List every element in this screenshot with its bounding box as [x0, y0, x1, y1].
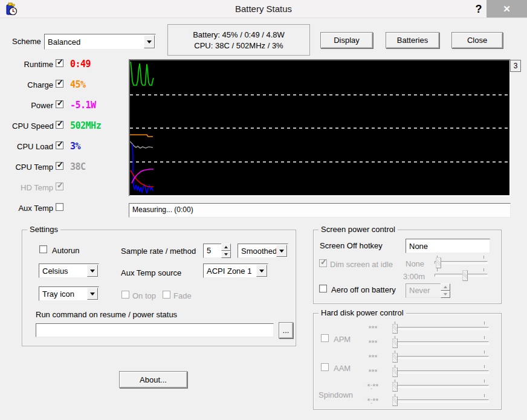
graph-series-cpu-speed — [131, 62, 154, 85]
scheme-select[interactable]: Balanced — [44, 34, 156, 50]
fade-checkbox — [163, 291, 170, 299]
slider-thumb — [436, 257, 441, 268]
aux-temp-source-selected-value: ACPI Zone 1 — [207, 267, 251, 276]
metric-row-cpu-temp: CPU Temp38C — [12, 162, 133, 174]
screen-power-legend: Screen power control — [318, 225, 398, 234]
graph-series-cpu-temp — [130, 141, 153, 148]
slider-thumb — [462, 270, 468, 281]
autorun-checkbox[interactable] — [39, 245, 47, 253]
display-button[interactable]: Display — [320, 32, 373, 48]
metric-value-runtime: 0:49 — [70, 59, 91, 69]
metric-value-cpu-load: 3% — [70, 141, 80, 152]
sample-rate-spinner[interactable]: 5 — [203, 244, 231, 258]
metric-row-cpu-speed: CPU Speed502MHz — [12, 121, 133, 133]
dim-screen-label: Dim screen at idle — [330, 260, 393, 269]
metric-label-charge: Charge — [12, 80, 53, 89]
close-button[interactable]: Close — [451, 32, 503, 48]
chevron-down-icon[interactable] — [87, 265, 98, 277]
battery-info-line2: CPU: 38C / 502MHz / 3% — [168, 40, 309, 51]
autorun-label: Autorun — [52, 246, 80, 255]
temp-unit-select[interactable]: Celsius — [39, 263, 99, 278]
battery-info-box: Battery: 45% / 0:49 / 4.8W CPU: 38C / 50… — [167, 24, 310, 56]
aam-label: AAM — [334, 364, 351, 373]
apm-label: APM — [334, 335, 351, 344]
dim-delay-label: 3:00m — [403, 272, 425, 281]
battery-info-line1: Battery: 45% / 0:49 / 4.8W — [168, 30, 309, 40]
metric-label-runtime: Runtime — [12, 60, 53, 69]
hdd-slider-2 — [392, 352, 489, 364]
history-graph — [129, 59, 511, 196]
settings-group: Settings Autorun Sample rate / method 5 … — [22, 230, 296, 346]
dim-timeout-label: None — [406, 259, 424, 268]
graph-series-charge — [130, 135, 153, 137]
dim-timeout-slider — [435, 256, 488, 270]
slider-thumb — [392, 396, 398, 406]
slider-thumb — [392, 367, 398, 377]
metric-checkbox-cpu-speed[interactable] — [56, 121, 63, 129]
on-top-checkbox — [121, 291, 129, 299]
metric-checkbox-runtime[interactable] — [56, 59, 63, 67]
hdd-slider-label-5: *:** — [358, 396, 387, 405]
metric-value-cpu-temp: 38C — [70, 161, 86, 172]
metric-checkbox-cpu-temp[interactable] — [56, 162, 63, 170]
screen-off-hotkey-field[interactable]: None — [406, 239, 490, 253]
titlebar: Battery Status ? ✕ — [0, 0, 527, 18]
window-close-button[interactable]: ✕ — [487, 0, 527, 18]
hdd-slider-label-4: *:** — [358, 382, 387, 391]
metric-value-charge: 45% — [70, 79, 86, 90]
chevron-down-icon[interactable] — [256, 265, 267, 277]
on-top-label: On top — [132, 291, 156, 300]
metric-checkbox-power[interactable] — [56, 100, 63, 108]
metric-row-cpu-load: CPU Load3% — [12, 141, 133, 153]
screen-off-hotkey-label: Screen Off hotkey — [320, 241, 383, 250]
aam-checkbox — [321, 363, 329, 371]
aux-temp-source-select[interactable]: ACPI Zone 1 — [203, 263, 268, 278]
tray-icon-selected-value: Tray icon — [42, 289, 74, 299]
spin-down-icon[interactable] — [221, 251, 231, 258]
metric-label-hd-temp: HD Temp — [12, 183, 53, 192]
metric-checkbox-hd-temp — [56, 183, 63, 190]
metric-row-aux-temp: Aux Temp — [12, 203, 133, 215]
run-command-label: Run command on resume / power status — [36, 310, 177, 319]
hdd-slider-label-1: *** — [358, 338, 387, 347]
about-button[interactable]: About... — [119, 371, 187, 388]
aero-timeout-value: Never — [406, 283, 441, 298]
run-command-input[interactable] — [36, 323, 274, 337]
chevron-down-icon[interactable] — [87, 288, 98, 300]
batteries-button[interactable]: Batteries — [386, 32, 439, 48]
graph-page-badge: 3 — [510, 60, 521, 72]
chevron-down-icon[interactable] — [276, 245, 287, 257]
settings-legend: Settings — [27, 225, 60, 234]
browse-button[interactable]: ... — [279, 322, 293, 338]
hdd-slider-3 — [392, 366, 489, 378]
hdd-slider-5 — [392, 395, 489, 407]
metric-checkbox-cpu-load[interactable] — [56, 141, 63, 149]
scheme-selected-value: Balanced — [48, 37, 80, 47]
metric-checkbox-aux-temp[interactable] — [56, 203, 63, 211]
metric-label-power: Power — [12, 101, 53, 110]
spin-up-icon[interactable] — [221, 244, 231, 251]
graph-series-power — [132, 169, 154, 183]
metric-checkbox-charge[interactable] — [56, 80, 63, 88]
slider-thumb — [392, 338, 398, 348]
metric-label-cpu-speed: CPU Speed — [12, 121, 53, 131]
metric-row-hd-temp: HD Temp — [12, 183, 133, 195]
aero-off-checkbox[interactable] — [319, 285, 327, 292]
metric-label-cpu-load: CPU Load — [12, 142, 53, 151]
metric-row-runtime: Runtime0:49 — [12, 59, 133, 71]
close-icon: ✕ — [503, 4, 511, 14]
aux-temp-source-label: Aux Temp source — [121, 268, 181, 277]
chevron-down-icon[interactable] — [144, 35, 155, 48]
hdd-slider-4 — [392, 381, 489, 393]
slider-thumb — [392, 382, 398, 392]
method-select[interactable]: Smoothed — [238, 244, 288, 258]
spin-down-icon — [441, 291, 450, 298]
hard-disk-legend: Hard disk power control — [318, 308, 406, 317]
help-button[interactable]: ? — [471, 1, 487, 17]
tray-icon-select[interactable]: Tray icon — [39, 286, 99, 301]
hdd-slider-label-0: *** — [358, 324, 387, 333]
metric-value-power: -5.1W — [70, 100, 96, 111]
dim-screen-checkbox — [319, 259, 327, 267]
hdd-slider-label-3: *** — [358, 367, 387, 376]
window-title: Battery Status — [0, 0, 527, 18]
